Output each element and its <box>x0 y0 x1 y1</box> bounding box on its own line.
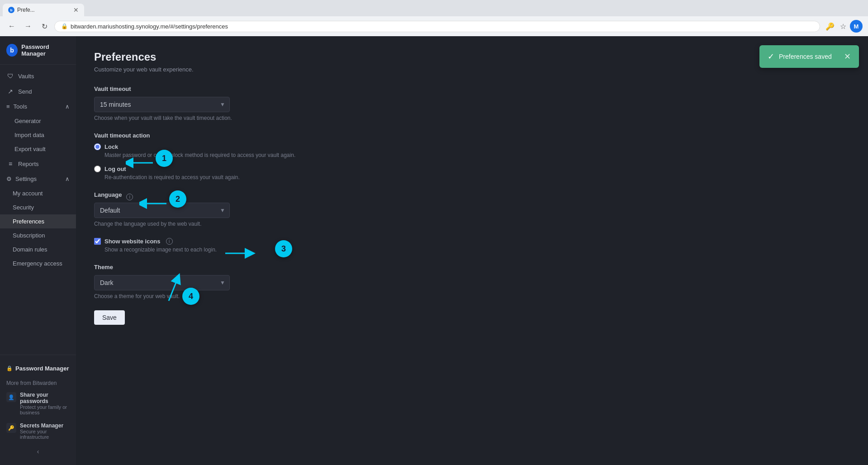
logout-radio-input[interactable] <box>94 166 101 172</box>
send-label: Send <box>18 88 32 95</box>
annotation-3-arrow <box>225 244 270 262</box>
sidebar-nav: 🛡 Vaults ↗ Send ≡ Tools ∧ Generator Impo… <box>0 65 76 355</box>
vaults-label: Vaults <box>18 73 34 80</box>
domain-rules-label: Domain rules <box>13 246 47 253</box>
browser-tab[interactable]: b Prefe... ✕ <box>3 4 84 16</box>
svg-line-3 <box>169 278 178 301</box>
page-subtitle: Customize your web vault experience. <box>94 66 850 73</box>
browser-right-buttons: 🔑 ☆ M <box>824 20 863 33</box>
send-icon: ↗ <box>6 88 14 95</box>
reports-label: Reports <box>18 161 39 167</box>
theme-group: Theme Dark ▼ Choose a theme for your web… <box>94 264 850 299</box>
my-account-label: My account <box>13 190 43 197</box>
logout-option: Log out Re-authentication is required to… <box>94 166 850 180</box>
lock-option: Lock Master password or other unlock met… <box>94 143 850 158</box>
toast-close-button[interactable]: ✕ <box>844 52 851 62</box>
vault-timeout-group: Vault timeout 15 minutes ▼ Choose when y… <box>94 85 850 121</box>
refresh-button[interactable]: ↻ <box>38 20 51 33</box>
url-text: bitwarden.mariushosting.synology.me/#/se… <box>71 23 228 30</box>
show-icons-group: Show website icons i Show a recognizable… <box>94 238 850 253</box>
language-info-icon[interactable]: i <box>126 194 133 200</box>
import-label: Import data <box>14 132 44 138</box>
lock-radio-desc: Master password or other unlock method i… <box>104 152 850 158</box>
sidebar-item-domain-rules[interactable]: Domain rules <box>0 242 76 256</box>
share-passwords-item[interactable]: 👤 Share your passwords Protect your fami… <box>0 388 76 419</box>
logout-radio-desc: Re-authentication is required to access … <box>104 174 850 180</box>
vault-timeout-label: Vault timeout <box>94 85 850 92</box>
bitwarden-logo: b <box>6 44 18 57</box>
sidebar-item-import[interactable]: Import data <box>0 128 76 142</box>
generator-label: Generator <box>14 118 41 124</box>
annotation-1: 1 <box>156 150 173 167</box>
bookmark-button[interactable]: ☆ <box>838 20 848 33</box>
tools-label: Tools <box>14 103 27 110</box>
sidebar-app-name: Password Manager <box>21 43 70 57</box>
show-icons-checkbox[interactable] <box>94 238 101 245</box>
profile-avatar[interactable]: M <box>850 20 863 33</box>
annotation-2: 2 <box>169 190 186 208</box>
subscription-label: Subscription <box>13 232 45 239</box>
vault-timeout-hint: Choose when your vault will take the vau… <box>94 115 850 121</box>
secrets-manager-icon: 🔑 <box>6 423 16 433</box>
language-hint: Change the language used by the web vaul… <box>94 221 850 227</box>
language-group: Language i Default ▼ Change the language… <box>94 191 850 227</box>
preferences-label: Preferences <box>13 218 44 225</box>
tools-chevron-icon: ∧ <box>65 103 70 110</box>
lock-radio-label[interactable]: Lock <box>94 143 850 150</box>
vault-timeout-select[interactable]: 15 minutes <box>94 97 230 112</box>
vaults-icon: 🛡 <box>6 72 14 80</box>
sidebar-item-subscription[interactable]: Subscription <box>0 228 76 242</box>
sidebar-item-reports[interactable]: ≡ Reports <box>0 156 76 171</box>
password-key-button[interactable]: 🔑 <box>824 20 836 33</box>
more-from-label: More from Bitwarden <box>0 376 76 388</box>
back-button[interactable]: ← <box>5 20 18 33</box>
language-label: Language <box>94 191 122 198</box>
sidebar-password-manager[interactable]: 🔒 Password Manager <box>0 361 76 376</box>
theme-hint: Choose a theme for your web vault. <box>94 293 850 299</box>
tab-favicon: b <box>8 7 14 13</box>
show-icons-info-icon[interactable]: i <box>166 238 173 245</box>
sidebar-collapse-button[interactable]: ‹ <box>0 443 76 460</box>
sidebar-item-preferences[interactable]: Preferences <box>0 214 76 228</box>
browser-controls: ← → ↻ 🔒 bitwarden.mariushosting.synology… <box>0 16 868 36</box>
sidebar-item-my-account[interactable]: My account <box>0 186 76 200</box>
sidebar-tools-section[interactable]: ≡ Tools ∧ <box>0 99 76 114</box>
sidebar-item-security[interactable]: Security <box>0 200 76 214</box>
toast-notification: ✓ Preferences saved ✕ <box>759 45 859 68</box>
browser-chrome: b Prefe... ✕ ← → ↻ 🔒 bitwarden.mariushos… <box>0 0 868 36</box>
settings-label: Settings <box>15 176 37 182</box>
tools-icon: ≡ <box>6 103 10 110</box>
secrets-manager-subtitle: Secure your infrastructure <box>20 429 70 440</box>
lock-icon: 🔒 <box>61 23 68 29</box>
sidebar: b Password Manager 🛡 Vaults ↗ Send ≡ Too… <box>0 36 76 465</box>
annotation-4: 4 <box>182 288 199 305</box>
security-label: Security <box>13 204 34 211</box>
timeout-action-radio-group: Lock Master password or other unlock met… <box>94 143 850 180</box>
settings-chevron-icon: ∧ <box>65 176 70 182</box>
sidebar-item-generator[interactable]: Generator <box>0 114 76 128</box>
address-bar[interactable]: 🔒 bitwarden.mariushosting.synology.me/#/… <box>54 21 820 32</box>
toast-check-icon: ✓ <box>768 52 774 62</box>
share-passwords-title: Share your passwords <box>20 392 70 404</box>
tab-bar: b Prefe... ✕ <box>0 0 868 16</box>
share-passwords-subtitle: Protect your family or business <box>20 404 70 415</box>
forward-button[interactable]: → <box>22 20 34 33</box>
lock-small-icon: 🔒 <box>6 365 13 371</box>
emergency-access-label: Emergency access <box>13 260 62 267</box>
logout-radio-label[interactable]: Log out <box>94 166 850 172</box>
reports-icon: ≡ <box>6 160 14 167</box>
tab-close-button[interactable]: ✕ <box>73 6 79 14</box>
secrets-manager-item[interactable]: 🔑 Secrets Manager Secure your infrastruc… <box>0 419 76 443</box>
sidebar-item-export[interactable]: Export vault <box>0 142 76 156</box>
tab-label: Prefe... <box>17 7 35 13</box>
save-button[interactable]: Save <box>94 310 125 325</box>
share-passwords-icon: 👤 <box>6 392 16 402</box>
annotation-3: 3 <box>275 240 292 257</box>
sidebar-item-vaults[interactable]: 🛡 Vaults <box>0 68 76 84</box>
sidebar-item-send[interactable]: ↗ Send <box>0 84 76 99</box>
sidebar-item-emergency-access[interactable]: Emergency access <box>0 256 76 270</box>
sidebar-settings-section[interactable]: ⚙ Settings ∧ <box>0 171 76 186</box>
main-content: Preferences Customize your web vault exp… <box>76 36 868 465</box>
lock-radio-input[interactable] <box>94 143 101 150</box>
secrets-manager-title: Secrets Manager <box>20 422 70 429</box>
